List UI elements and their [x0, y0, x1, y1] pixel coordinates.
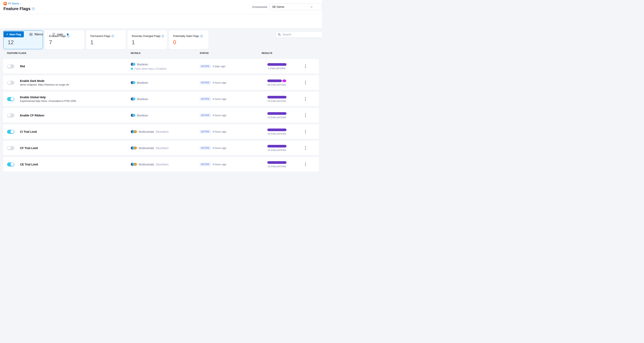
evaluations-bar: [267, 63, 286, 66]
environment-select[interactable]: SE Demo: [270, 4, 322, 10]
row-options-menu-button[interactable]: [304, 129, 307, 135]
toggle-knob: [8, 81, 11, 84]
branch-name[interactable]: main: [57, 33, 63, 36]
environment-value: SE Demo: [272, 5, 284, 8]
flag-default-note: False when flag is Disabled: [131, 67, 200, 70]
toggle-knob: [8, 146, 11, 150]
repo-name[interactable]: ffdemo: [34, 33, 43, 36]
row-options-menu-button[interactable]: [304, 162, 307, 168]
flag-type: Multivariate: [138, 146, 154, 150]
table-row[interactable]: Enable Global Help Experimental help men…: [3, 92, 319, 106]
evaluations-count: 19 EVALUATIONS: [268, 165, 286, 168]
stat-card-label: Permanent Flags: [90, 34, 110, 38]
stat-card-value: 0: [173, 39, 208, 46]
flag-type-icon: [131, 146, 136, 150]
row-options-menu-button[interactable]: [304, 145, 307, 151]
flag-toggle[interactable]: [7, 114, 14, 118]
evaluations-count: 19 EVALUATIONS: [268, 132, 286, 135]
flag-type: Multivariate: [138, 130, 154, 133]
row-options-menu-button[interactable]: [304, 96, 307, 102]
flag-type-variant: (Number): [156, 162, 168, 166]
stat-card-value: 1: [90, 39, 126, 46]
flag-toggle[interactable]: [7, 162, 14, 166]
search-input[interactable]: [282, 33, 317, 36]
flag-type-icon: [131, 63, 134, 66]
info-icon[interactable]: i: [112, 35, 114, 37]
stat-card-value: 1: [132, 39, 167, 46]
stat-card[interactable]: Recently Changed Flags i 1: [128, 30, 167, 49]
column-header-results: RESULTS: [262, 52, 292, 54]
new-flag-button[interactable]: + New Flag: [4, 31, 24, 37]
last-updated: 4 hours ago: [212, 98, 226, 100]
toggle-knob: [10, 162, 14, 166]
last-updated: 4 hours ago: [212, 81, 226, 84]
flag-toggle[interactable]: [7, 64, 14, 68]
row-options-menu-button[interactable]: [304, 80, 307, 86]
flag-type: Boolean: [137, 81, 148, 84]
info-icon[interactable]: i: [162, 35, 164, 37]
page-title-info-icon[interactable]: i: [32, 8, 35, 10]
table-row[interactable]: ff44 Boolean False when flag is Disabled…: [3, 59, 319, 74]
flag-name: ff44: [20, 65, 131, 68]
flag-type-icon: [131, 114, 134, 117]
breadcrumb: ⚑ FF Demo ›: [4, 2, 21, 5]
toggle-knob: [10, 130, 14, 133]
toggle-knob: [10, 97, 14, 101]
feature-flags-module-icon: ⚑: [4, 2, 7, 5]
flag-toggle[interactable]: [7, 97, 14, 101]
page-header: ⚑ FF Demo › Feature Flags i Environment …: [0, 0, 322, 14]
flag-type-variant: (Number): [156, 130, 168, 133]
flag-toggle[interactable]: [7, 81, 14, 85]
variation-dot-icon: [131, 68, 133, 70]
flag-name: Enable Global Help: [20, 96, 131, 99]
flag-name: CE Trial Limit: [20, 163, 131, 166]
flag-type-variant: (Number): [156, 146, 168, 150]
status-badge: ACTIVE: [200, 81, 211, 84]
status-badge: ACTIVE: [200, 146, 211, 150]
evaluations-bar: [267, 161, 286, 164]
evaluations-count: 19 EVALUATIONS: [268, 116, 286, 119]
table-row[interactable]: CE Trial Limit Multivariate (Number) ACT…: [3, 157, 319, 172]
flag-type-icon: [131, 163, 136, 166]
row-options-menu-button[interactable]: [304, 63, 307, 70]
column-header-details: DETAILS: [131, 52, 200, 54]
evaluations-count: 98 EVALUATIONS: [268, 84, 286, 86]
branch-status-dot: [67, 34, 68, 35]
evaluations-count: 19 EVALUATIONS: [268, 149, 286, 151]
table-row[interactable]: Enable CF Ribbon Boolean ACTIVE 4 hours …: [3, 108, 319, 123]
toggle-knob: [8, 64, 11, 68]
flag-toggle[interactable]: [7, 130, 14, 134]
table-row[interactable]: Enable Dark Mode demo endpoint: https://…: [3, 75, 319, 90]
status-badge: ACTIVE: [200, 162, 211, 166]
plus-icon: +: [6, 32, 8, 36]
stat-card-value: 12: [8, 39, 43, 46]
stat-card-value: 7: [49, 39, 84, 46]
stat-card[interactable]: Permanent Flags i 1: [86, 30, 126, 49]
status-badge: ACTIVE: [200, 97, 211, 101]
flag-type-icon: [131, 130, 136, 133]
page-title: Feature Flags: [4, 6, 30, 11]
row-options-menu-button[interactable]: [304, 112, 307, 118]
table-row[interactable]: CI Trial Limit Multivariate (Number) ACT…: [3, 124, 319, 139]
info-icon[interactable]: i: [200, 35, 203, 37]
stat-card-label: Potentially Stale Flags: [173, 34, 199, 38]
breadcrumb-project-link[interactable]: FF Demo: [8, 2, 19, 5]
flag-toggle[interactable]: [7, 146, 14, 150]
evaluations-bar: [267, 128, 286, 131]
table-row[interactable]: CF Trial Limit Multivariate (Number) ACT…: [3, 141, 319, 155]
column-header-status: STATUS: [200, 52, 262, 54]
flag-type: Boolean: [137, 97, 148, 101]
toolbar: + New Flag ffdemo main: [0, 14, 322, 28]
repository-icon: [29, 33, 33, 36]
flag-type-icon: [131, 98, 134, 100]
search-box: [276, 31, 322, 38]
last-updated: 4 hours ago: [212, 130, 226, 133]
stat-card[interactable]: Potentially Stale Flags i 0: [169, 30, 208, 49]
status-badge: ACTIVE: [200, 130, 211, 133]
environment-label: Environment: [252, 6, 267, 8]
evaluations-bar: [267, 112, 286, 115]
flag-type: Boolean: [137, 114, 148, 117]
chevron-down-icon: [310, 6, 313, 8]
stat-card-label: Recently Changed Flags: [132, 34, 160, 38]
flag-name: CI Trial Limit: [20, 130, 131, 133]
